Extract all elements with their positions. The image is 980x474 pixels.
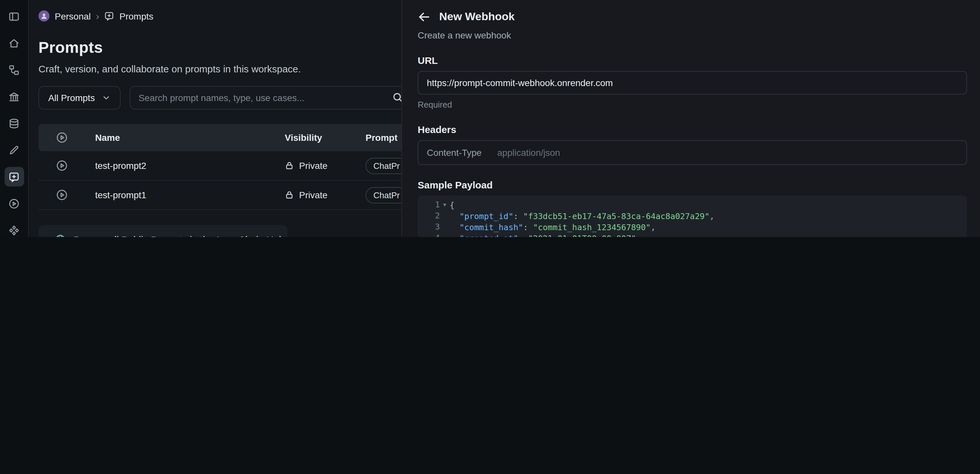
table-header: Name Visibility Prompt bbox=[38, 124, 401, 151]
search-input[interactable] bbox=[129, 86, 401, 110]
globe-icon bbox=[55, 234, 66, 237]
playground-icon[interactable] bbox=[4, 194, 24, 213]
datasets-icon[interactable] bbox=[4, 113, 24, 133]
play-circle-icon[interactable] bbox=[38, 160, 85, 171]
langchain-hub-link[interactable]: LangChain Hub bbox=[216, 234, 285, 237]
search-wrap bbox=[129, 86, 401, 110]
prompt-type-cell: ChatPr bbox=[366, 158, 401, 174]
prompt-type-badge: ChatPr bbox=[366, 158, 401, 174]
header-play-circle-icon bbox=[38, 132, 85, 144]
table-row[interactable]: test-prompt2 Private ChatPr bbox=[38, 151, 401, 180]
prompts-table: Name Visibility Prompt test-prompt2 Priv… bbox=[38, 124, 401, 210]
rail-top-group bbox=[4, 6, 24, 237]
prompts-page: Personal › Prompts Prompts Craft, versio… bbox=[29, 0, 401, 237]
prompts-table-body: test-prompt2 Private ChatPr test-prompt1… bbox=[38, 151, 401, 210]
headers-row: Content-Type bbox=[418, 140, 967, 165]
page-subtitle: Craft, version, and collaborate on promp… bbox=[38, 63, 401, 74]
visibility-cell: Private bbox=[285, 190, 366, 200]
prompt-type-badge: ChatPr bbox=[366, 187, 401, 203]
panel-header: New Webhook bbox=[418, 10, 967, 24]
panel-subtitle: Create a new webhook bbox=[418, 30, 967, 40]
annotation-queues-icon[interactable] bbox=[4, 140, 24, 160]
breadcrumb-page[interactable]: Prompts bbox=[119, 11, 153, 21]
breadcrumb-separator: › bbox=[96, 10, 99, 22]
payload-code-editor[interactable]: 1▾{2 "prompt_id": "f33dcb51-eb17-47a5-83… bbox=[418, 196, 967, 237]
hub-banner-prefix: Browse all Public Prompts in the bbox=[74, 234, 214, 237]
payload-code: 1▾{2 "prompt_id": "f33dcb51-eb17-47a5-83… bbox=[418, 199, 967, 237]
icon-rail bbox=[0, 0, 29, 237]
visibility-cell: Private bbox=[285, 160, 366, 171]
col-header-name: Name bbox=[85, 132, 285, 143]
col-header-visibility: Visibility bbox=[285, 132, 366, 143]
header-key: Content-Type bbox=[427, 147, 482, 158]
lock-icon bbox=[285, 161, 294, 170]
breadcrumb: Personal › Prompts bbox=[38, 10, 401, 22]
page-title: Prompts bbox=[38, 38, 401, 57]
home-icon[interactable] bbox=[4, 33, 24, 53]
workspace-avatar bbox=[38, 10, 49, 22]
deployments-icon[interactable] bbox=[4, 220, 24, 237]
app-window: Personal › Prompts Prompts Craft, versio… bbox=[0, 0, 980, 237]
prompts-nav-icon[interactable] bbox=[4, 167, 24, 187]
dashboards-icon[interactable] bbox=[4, 87, 24, 106]
breadcrumb-workspace[interactable]: Personal bbox=[55, 11, 91, 21]
filter-row: All Prompts bbox=[38, 86, 401, 110]
panel-title: New Webhook bbox=[439, 10, 515, 24]
url-label: URL bbox=[418, 55, 967, 66]
col-header-prompt: Prompt bbox=[366, 132, 401, 143]
hub-banner: Browse all Public Prompts in the LangCha… bbox=[38, 225, 287, 237]
arrow-left-icon bbox=[418, 10, 431, 24]
search-icon bbox=[392, 92, 401, 103]
visibility-label: Private bbox=[299, 190, 328, 200]
new-webhook-panel: New Webhook Create a new webhook URL Req… bbox=[401, 0, 980, 237]
url-helper: Required bbox=[418, 100, 967, 110]
table-row[interactable]: test-prompt1 Private ChatPr bbox=[38, 180, 401, 210]
prompt-type-cell: ChatPr bbox=[366, 187, 401, 203]
chevron-down-icon bbox=[101, 93, 110, 102]
tracing-icon[interactable] bbox=[4, 60, 24, 80]
prompt-name[interactable]: test-prompt1 bbox=[85, 190, 285, 200]
filter-dropdown-label: All Prompts bbox=[48, 93, 95, 103]
prompts-breadcrumb-icon bbox=[105, 11, 115, 21]
prompts-filter-dropdown[interactable]: All Prompts bbox=[38, 86, 120, 110]
visibility-label: Private bbox=[299, 160, 328, 171]
url-input[interactable] bbox=[418, 71, 967, 94]
headers-label: Headers bbox=[418, 124, 967, 135]
prompt-name[interactable]: test-prompt2 bbox=[85, 160, 285, 171]
hub-banner-text: Browse all Public Prompts in the LangCha… bbox=[74, 234, 285, 237]
back-button[interactable] bbox=[418, 10, 431, 24]
header-value-input[interactable] bbox=[497, 147, 958, 158]
sample-payload-label: Sample Payload bbox=[418, 179, 967, 190]
sidebar-toggle-icon[interactable] bbox=[4, 6, 24, 26]
play-circle-icon[interactable] bbox=[38, 189, 85, 201]
lock-icon bbox=[285, 190, 294, 199]
